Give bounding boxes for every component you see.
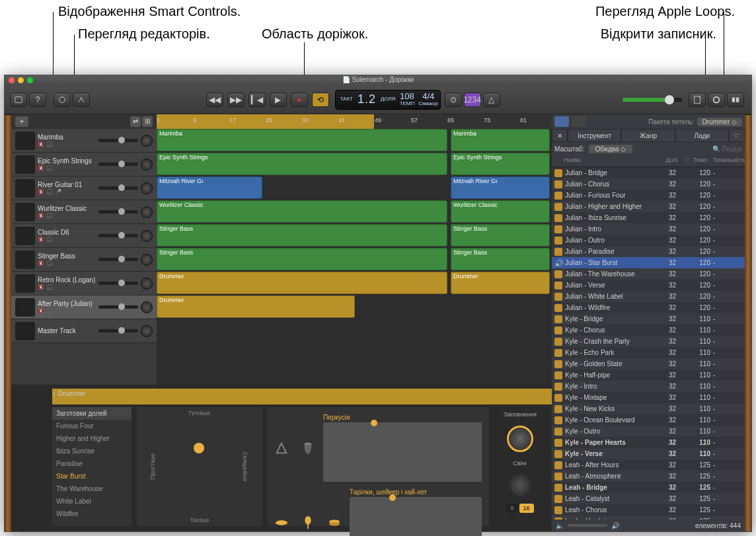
preset-item[interactable]: White Label: [52, 495, 132, 508]
xy-puck[interactable]: [194, 443, 204, 453]
notepad-button[interactable]: [689, 93, 706, 107]
tracks-area[interactable]: 19172533414957657381 MarimbaEpic Synth S…: [157, 114, 552, 385]
preset-item[interactable]: Ibiza Sunrise: [52, 445, 132, 457]
library-button[interactable]: [10, 93, 27, 107]
loop-row[interactable]: Kyle - New Kicks 32 110 -: [552, 403, 745, 414]
track-volume[interactable]: [98, 258, 138, 261]
track-header[interactable]: Retro Rock (Logan) 🔇🎧: [11, 272, 157, 295]
record-button[interactable]: ●: [291, 93, 308, 107]
loop-packs-select[interactable]: Drummer ◇: [697, 118, 742, 126]
preset-item[interactable]: Paradise: [52, 457, 132, 470]
mute-icon[interactable]: 🔇: [38, 141, 44, 147]
add-track-button[interactable]: +: [15, 116, 28, 127]
loop-row[interactable]: Kyle - Intro 32 110 -: [552, 381, 745, 392]
track-header-config[interactable]: ⇄: [130, 116, 141, 127]
loop-tab-fav[interactable]: ♡: [729, 129, 745, 142]
col-key[interactable]: Тональність: [710, 155, 745, 167]
loop-row[interactable]: Julian - Verse 32 120 -: [552, 280, 745, 291]
loop-row[interactable]: Kyle - Echo Park 32 110 -: [552, 347, 745, 358]
region[interactable]: Wurlitzer Classic: [157, 200, 447, 223]
loop-search[interactable]: 🔍 Пошук: [712, 145, 742, 153]
loop-row[interactable]: 🔊 Julian - Star Burst 32 120 -: [552, 257, 745, 268]
loop-row[interactable]: Julian - Higher and Higher 32 120 -: [552, 201, 745, 212]
track-volume[interactable]: [98, 163, 138, 166]
mute-icon[interactable]: 🔇: [38, 284, 44, 290]
loop-row[interactable]: Kyle - Mixtape 32 110 -: [552, 392, 745, 403]
triangle-icon[interactable]: [274, 441, 289, 455]
track-pan-knob[interactable]: [141, 159, 153, 171]
master-volume-slider[interactable]: [623, 98, 682, 102]
loop-browser-button[interactable]: [708, 93, 725, 107]
region[interactable]: Marimba: [451, 129, 550, 151]
track-pan-knob[interactable]: [141, 301, 153, 313]
region[interactable]: Stinger Bass: [157, 224, 447, 247]
region[interactable]: Stinger Bass: [451, 224, 550, 247]
loop-view-button-2[interactable]: [572, 116, 586, 127]
swing-resolution[interactable]: 8 16: [506, 504, 533, 513]
loop-row[interactable]: Kyle - Outro 32 110 -: [552, 426, 745, 437]
track-volume[interactable]: [98, 282, 138, 285]
region[interactable]: Marimba: [157, 129, 447, 151]
media-browser-button[interactable]: [727, 93, 744, 107]
loop-row[interactable]: Leah - Catalyst 32 125 -: [552, 493, 745, 504]
loop-row[interactable]: Leah - Chorus 32 125 -: [552, 504, 745, 516]
loop-tab-mood[interactable]: Лади: [675, 129, 729, 142]
editors-button[interactable]: [73, 93, 90, 107]
loop-row[interactable]: Julian - Chorus 32 120 -: [552, 178, 745, 190]
col-beats[interactable]: Долі: [663, 155, 681, 167]
loop-tab-instrument[interactable]: Інструмент: [568, 129, 621, 142]
zoom-button[interactable]: [27, 77, 33, 83]
track-volume[interactable]: [98, 186, 138, 190]
loop-row[interactable]: Kyle - Paper Hearts 32 110 -: [552, 437, 745, 448]
conga-icon[interactable]: [301, 441, 315, 455]
region[interactable]: Stinger Bass: [157, 248, 447, 270]
track-pan-knob[interactable]: [141, 325, 153, 337]
preset-item[interactable]: Higher and Higher: [52, 432, 132, 445]
forward-button[interactable]: ▶▶: [227, 93, 245, 107]
loop-row[interactable]: Julian - Wildfire 32 120 -: [552, 302, 745, 313]
cymbal-icon[interactable]: [274, 516, 289, 530]
loop-tab-close[interactable]: ✕: [552, 129, 568, 142]
cycle-button[interactable]: ⟲: [312, 93, 329, 107]
headphone-icon[interactable]: 🎧: [46, 165, 53, 171]
track-header-config2[interactable]: ⊞: [142, 116, 153, 127]
stop-button[interactable]: ▎◀: [248, 93, 266, 107]
loop-row[interactable]: Kyle - Verse 32 110 -: [552, 448, 745, 459]
play-button[interactable]: ▶: [270, 93, 287, 107]
region[interactable]: Wurlitzer Classic: [451, 200, 550, 223]
region[interactable]: Epic Synth Strings: [157, 153, 447, 175]
loop-row[interactable]: Julian - Intro 32 120 -: [552, 223, 745, 235]
track-header[interactable]: Epic Synth Strings 🔇🎧: [11, 153, 157, 176]
track-pan-knob[interactable]: [141, 206, 153, 218]
loop-row[interactable]: Julian - Paradise 32 120 -: [552, 246, 745, 257]
perc-slider[interactable]: [323, 422, 482, 482]
hats-slider[interactable]: [350, 497, 482, 536]
scale-select[interactable]: Обидва ◇: [589, 145, 632, 153]
headphone-icon[interactable]: 🎧: [46, 189, 53, 195]
track-volume[interactable]: [98, 210, 138, 213]
region[interactable]: Epic Synth Strings: [451, 153, 550, 175]
mute-icon[interactable]: 🔇: [38, 189, 44, 195]
track-header[interactable]: Marimba 🔇🎧: [11, 129, 157, 153]
mute-icon[interactable]: 🔇: [38, 308, 44, 314]
minimize-button[interactable]: [18, 77, 24, 83]
track-volume[interactable]: [98, 329, 138, 332]
track-pan-knob[interactable]: [141, 278, 153, 289]
region[interactable]: Drummer: [157, 295, 355, 318]
loop-row[interactable]: Leah - Atmosphere 32 125 -: [552, 471, 745, 482]
col-name[interactable]: Назва: [561, 155, 663, 167]
region[interactable]: Mitzvah River Gı: [451, 176, 550, 199]
loop-row[interactable]: Julian - Ibiza Sunrise 32 120 -: [552, 212, 745, 223]
loop-view-button-1[interactable]: [554, 116, 569, 127]
smart-controls-button[interactable]: [54, 93, 71, 107]
headphone-icon[interactable]: 🎧: [46, 237, 53, 243]
track-volume[interactable]: [98, 234, 138, 237]
region[interactable]: Stinger Bass: [451, 248, 550, 270]
headphone-icon[interactable]: 🎧: [46, 284, 53, 290]
timeline-ruler[interactable]: 19172533414957657381: [157, 114, 552, 129]
lcd-display[interactable]: ТАКТ 1.2 ДОЛЯ 108ТЕМП 4/4Cмажор: [335, 90, 441, 110]
mute-icon[interactable]: 🔇: [38, 237, 44, 243]
mute-icon[interactable]: 🔇: [38, 260, 44, 266]
loop-tab-genre[interactable]: Жанр: [621, 129, 675, 142]
track-header[interactable]: After Party (Julian) 🔇🎧: [11, 295, 157, 319]
